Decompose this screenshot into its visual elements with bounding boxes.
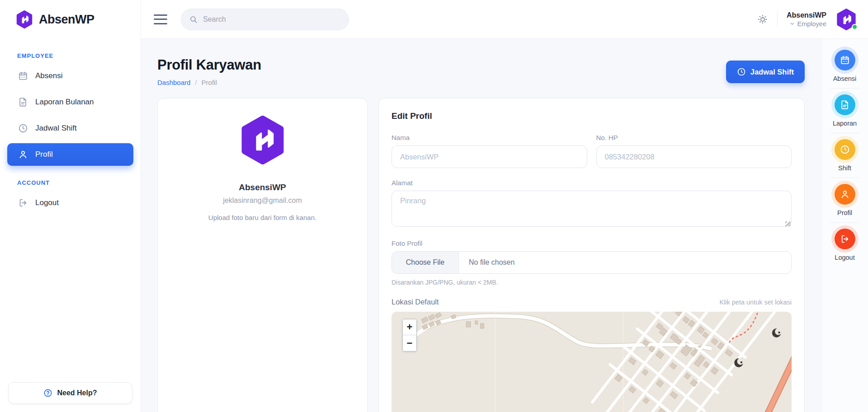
online-status-dot [852,24,858,30]
search-icon [189,15,198,23]
question-circle-icon [43,389,52,398]
jadwal-shift-label: Jadwal Shift [750,68,794,76]
clock-icon [835,139,855,160]
sidebar-item-logout[interactable]: Logout [7,192,133,214]
sidebar-item-label: Jadwal Shift [35,124,77,133]
quickbar-item-laporan[interactable]: Laporan [821,94,868,127]
quickbar-item-absensi[interactable]: Absensi [821,50,868,82]
divider [830,222,859,223]
profile-email: jeklasinrang@gmail.com [223,197,302,205]
breadcrumb-separator: / [195,79,197,86]
profile-upload-hint: Upload foto baru dari form di kanan. [208,214,316,221]
user-name: AbsensiWP [787,11,826,19]
foto-hint: Disarankan JPG/PNG, ukuran < 2MB. [392,279,792,286]
sidebar-section-account: ACCOUNT [17,179,141,186]
sidebar-item-label: Absensi [35,71,62,80]
chevron-down-icon [789,21,795,27]
quickbar-label: Absensi [833,75,857,82]
breadcrumb-dashboard-link[interactable]: Dashboard [157,79,190,86]
quickbar-label: Profil [837,209,852,216]
nama-field[interactable] [392,145,587,168]
profile-name: AbsensiWP [239,183,286,192]
need-help-button[interactable]: Need Help? [8,382,132,404]
file-chosen-status: No file chosen [459,252,514,273]
alamat-label: Alamat [392,179,792,187]
calendar-icon [18,71,28,81]
choose-file-button[interactable]: Choose File [392,252,459,273]
quickbar-item-logout[interactable]: Logout [821,229,868,261]
sidebar-section-employee: EMPLOYEE [17,52,141,59]
sidebar-item-jadwal-shift[interactable]: Jadwal Shift [7,117,133,140]
jadwal-shift-button[interactable]: Jadwal Shift [726,61,805,83]
sidebar-item-laporan-bulanan[interactable]: Laporan Bulanan [7,91,133,113]
divider [830,133,859,133]
map-zoom-control: + − [402,319,417,351]
quickbar-label: Logout [835,254,854,261]
document-icon [835,94,855,115]
brand-hexagon-icon [15,10,33,28]
sidebar-item-profil[interactable]: Profil [7,143,133,166]
need-help-label: Need Help? [57,389,97,397]
location-map[interactable]: o - Anabanua - Tarump + − [392,312,792,412]
sidebar-item-label: Logout [35,198,59,207]
topbar: AbsensiWP Employee [141,0,868,39]
alamat-field[interactable]: Pinrang [392,191,792,227]
calendar-icon [835,50,855,70]
breadcrumb: Dashboard / Profil [157,79,261,86]
nama-label: Nama [392,134,587,141]
zoom-in-button[interactable]: + [403,319,416,335]
clock-icon [18,123,28,133]
user-icon [835,184,855,205]
document-icon [18,97,28,107]
main-content: Profil Karyawan Dashboard / Profil Jadwa… [141,39,821,412]
app-logo[interactable]: AbsenWP [0,0,141,39]
avatar[interactable] [835,9,857,30]
edit-profile-card: Edit Profil Nama No. HP Alamat Pinrang [378,98,805,412]
map-tiles [392,312,792,412]
breadcrumb-current: Profil [202,79,217,86]
no-hp-field[interactable] [596,145,792,168]
lokasi-default-label: Lokasi Default [392,298,439,306]
hamburger-menu-icon[interactable] [154,14,167,24]
foto-file-input[interactable]: Choose File No file chosen [392,251,792,274]
sidebar: AbsenWP EMPLOYEE Absensi Laporan Bulanan… [0,0,141,412]
profile-photo-hexagon [238,116,287,164]
quickbar-item-shift[interactable]: Shift [821,139,868,172]
divider [830,178,859,178]
search-box[interactable] [181,9,349,30]
foto-profil-label: Foto Profil [392,239,792,247]
logout-icon [835,229,855,249]
logout-icon [18,198,28,208]
divider [830,88,859,89]
lokasi-hint: Klik peta untuk set lokasi [719,299,792,306]
sidebar-item-absensi[interactable]: Absensi [7,65,133,87]
sidebar-item-label: Laporan Bulanan [35,98,94,107]
quickbar-label: Shift [838,164,851,172]
user-icon [18,150,28,159]
zoom-out-button[interactable]: − [403,335,416,351]
search-input[interactable] [203,15,330,23]
topbar-divider [777,12,778,27]
app-title: AbsenWP [39,13,94,27]
quickbar-item-profil[interactable]: Profil [821,184,868,216]
edit-profile-title: Edit Profil [392,111,792,121]
clock-icon [737,67,746,76]
page-title: Profil Karyawan [157,57,261,73]
quick-access-rail: Absensi Laporan Shift Profil Logout [821,39,868,412]
theme-toggle-sun-icon[interactable] [757,14,768,25]
user-menu[interactable]: AbsensiWP Employee [787,11,826,28]
sidebar-item-label: Profil [35,150,53,159]
no-hp-label: No. HP [596,134,792,141]
user-role: Employee [797,20,826,28]
quickbar-label: Laporan [833,120,857,127]
profile-summary-card: AbsensiWP jeklasinrang@gmail.com Upload … [157,98,368,412]
